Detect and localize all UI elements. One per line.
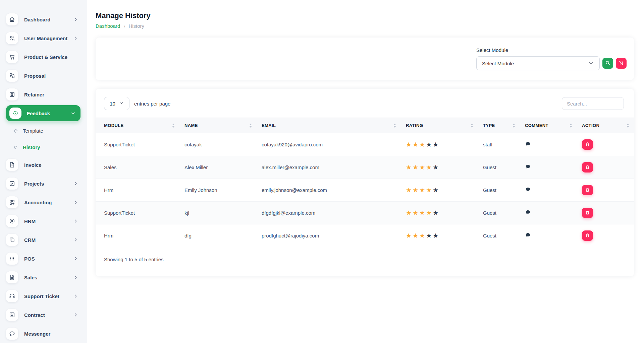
sidebar-item-product-service[interactable]: Product & Service xyxy=(0,48,87,66)
sidebar-item-user-management[interactable]: User Management xyxy=(0,29,87,48)
breadcrumb-dashboard-link[interactable]: Dashboard xyxy=(96,23,120,29)
sidebar-item-hrm[interactable]: HRM xyxy=(0,212,87,230)
chevron-down-icon xyxy=(70,111,76,116)
chevron-right-icon xyxy=(73,237,78,243)
comment-icon[interactable] xyxy=(525,164,531,170)
delete-button[interactable] xyxy=(582,162,593,173)
sidebar-item-pos[interactable]: POS xyxy=(0,249,87,268)
search-input[interactable] xyxy=(562,97,624,110)
cell-type: Guest xyxy=(478,224,520,247)
sidebar-subitem-template[interactable]: Template xyxy=(0,123,87,139)
delete-button[interactable] xyxy=(582,208,593,218)
sidebar-item-feedback[interactable]: Feedback xyxy=(6,105,80,121)
star-filled-icon: ★ xyxy=(419,164,426,171)
cell-type: Guest xyxy=(478,202,520,224)
sidebar-item-label: CRM xyxy=(24,237,73,243)
sidebar-item-proposal[interactable]: Proposal xyxy=(0,66,87,85)
column-header-module[interactable]: MODULE xyxy=(96,118,179,133)
column-header-email[interactable]: EMAIL xyxy=(257,118,401,133)
sidebar-item-invoice[interactable]: Invoice xyxy=(0,155,87,174)
star-filled-icon: ★ xyxy=(419,187,426,194)
comment-icon[interactable] xyxy=(525,232,531,238)
cell-action xyxy=(577,133,634,156)
star-rating: ★★★★★ xyxy=(406,164,439,171)
search-icon xyxy=(605,60,610,67)
comment-icon[interactable] xyxy=(525,141,531,147)
sidebar-item-crm[interactable]: CRM xyxy=(0,230,87,249)
filter-group: Select Module Select Module xyxy=(476,47,627,70)
apply-filter-button[interactable] xyxy=(602,58,613,69)
column-header-rating[interactable]: RATING xyxy=(401,118,478,133)
table-header-row: MODULENAMEEMAILRATINGTYPECOMMENTACTION xyxy=(96,118,634,133)
sort-arrows-icon xyxy=(513,124,515,128)
cell-module: SupportTicket xyxy=(96,202,179,224)
sort-arrows-icon xyxy=(570,124,572,128)
star-rating: ★★★★★ xyxy=(406,141,439,148)
column-header-name[interactable]: NAME xyxy=(179,118,257,133)
cell-module: SupportTicket xyxy=(96,133,179,156)
messenger-icon xyxy=(6,328,18,340)
sidebar-item-projects[interactable]: Projects xyxy=(0,174,87,193)
sidebar: DashboardUser ManagementProduct & Servic… xyxy=(0,0,87,343)
sidebar-item-accounting[interactable]: Accounting xyxy=(0,193,87,212)
entries-per-page-select[interactable]: 10 xyxy=(104,97,129,110)
crm-icon xyxy=(6,234,18,246)
sidebar-subitem-label: History xyxy=(23,144,40,150)
delete-button[interactable] xyxy=(582,139,593,150)
filter-card: Select Module Select Module xyxy=(96,38,634,80)
sidebar-nav: DashboardUser ManagementProduct & Servic… xyxy=(0,10,87,343)
sidebar-item-messenger[interactable]: Messenger xyxy=(0,324,87,343)
module-select[interactable]: Select Module xyxy=(476,56,600,70)
star-filled-icon: ★ xyxy=(413,232,419,239)
sort-arrows-icon xyxy=(627,124,629,128)
star-filled-icon: ★ xyxy=(413,164,419,171)
column-header-label: TYPE xyxy=(483,123,495,128)
table-footer: Showing 1 to 5 of 5 entries xyxy=(96,247,634,262)
sidebar-item-label: Projects xyxy=(24,181,73,187)
proposal-icon xyxy=(6,70,18,82)
column-header-type[interactable]: TYPE xyxy=(478,118,520,133)
star-filled-icon: ★ xyxy=(406,232,413,239)
sidebar-subitem-history[interactable]: History xyxy=(0,139,87,155)
sort-arrows-icon xyxy=(471,124,473,128)
sidebar-item-sales[interactable]: Sales xyxy=(0,268,87,287)
column-header-action[interactable]: ACTION xyxy=(577,118,634,133)
trash-icon xyxy=(585,142,590,148)
cell-module: Sales xyxy=(96,156,179,179)
column-header-label: COMMENT xyxy=(525,123,548,128)
main-content: Manage History Dashboard › History Selec… xyxy=(87,0,644,343)
cell-name: Emily Johnson xyxy=(179,179,257,202)
sort-arrows-icon xyxy=(393,124,396,128)
cell-name: cofayak xyxy=(179,133,257,156)
star-filled-icon: ★ xyxy=(413,187,419,194)
sidebar-item-dashboard[interactable]: Dashboard xyxy=(0,10,87,29)
trash-icon xyxy=(585,187,590,193)
cell-module: Hrm xyxy=(96,179,179,202)
star-filled-icon: ★ xyxy=(426,209,433,216)
trash-icon xyxy=(585,210,590,216)
comment-icon[interactable] xyxy=(525,187,531,193)
clear-filter-button[interactable] xyxy=(616,58,627,69)
sidebar-item-retainer[interactable]: Retainer xyxy=(0,85,87,104)
comment-icon[interactable] xyxy=(525,209,531,215)
sidebar-item-contract[interactable]: Contract xyxy=(0,305,87,324)
column-header-label: RATING xyxy=(406,123,423,128)
entries-per-page-label: entries per page xyxy=(134,101,170,107)
star-rating: ★★★★★ xyxy=(406,232,439,239)
sidebar-item-support-ticket[interactable]: Support Ticket xyxy=(0,287,87,305)
sidebar-item-label: POS xyxy=(24,256,73,262)
star-empty-icon: ★ xyxy=(433,141,439,148)
cell-email: prodfghuct@rajodiya.com xyxy=(257,224,401,247)
circle-bullet-icon xyxy=(13,145,18,149)
delete-button[interactable] xyxy=(582,230,593,241)
delete-button[interactable] xyxy=(582,185,593,195)
cell-name: dfg xyxy=(179,224,257,247)
column-header-comment[interactable]: COMMENT xyxy=(520,118,577,133)
cell-action xyxy=(577,156,634,179)
cell-type: Guest xyxy=(478,156,520,179)
pos-icon xyxy=(6,253,18,265)
chevron-right-icon xyxy=(73,256,78,261)
trash-icon xyxy=(585,164,590,170)
table-row: SupportTicketcofayakcofayak920@avidapro.… xyxy=(96,133,634,156)
cell-type: staff xyxy=(478,133,520,156)
